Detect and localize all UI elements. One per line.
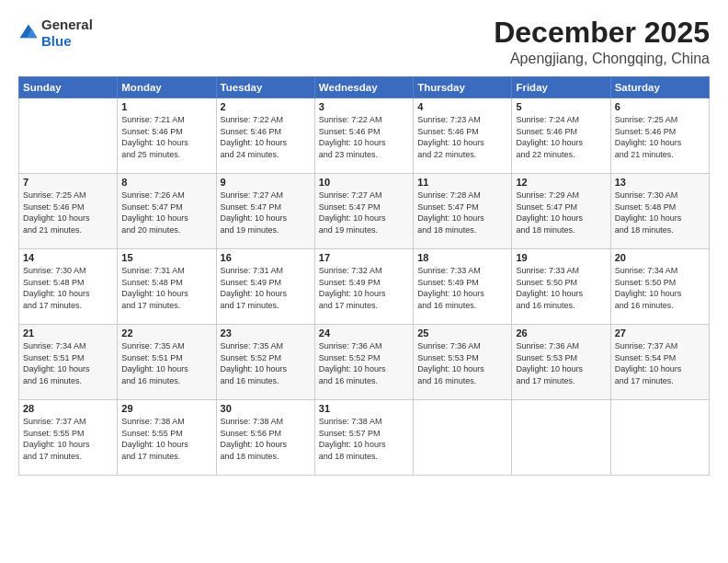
month-title: December 2025	[494, 17, 710, 49]
weekday-header-cell: Tuesday	[216, 77, 314, 98]
day-info: Sunrise: 7:36 AM Sunset: 5:53 PM Dayligh…	[516, 340, 606, 386]
day-info: Sunrise: 7:34 AM Sunset: 5:51 PM Dayligh…	[23, 340, 113, 386]
calendar-cell	[414, 400, 512, 476]
calendar-cell: 6Sunrise: 7:25 AM Sunset: 5:46 PM Daylig…	[610, 98, 709, 174]
logo-icon	[18, 23, 39, 43]
day-info: Sunrise: 7:31 AM Sunset: 5:48 PM Dayligh…	[121, 265, 211, 311]
day-info: Sunrise: 7:32 AM Sunset: 5:49 PM Dayligh…	[319, 265, 409, 311]
logo-blue: Blue	[41, 33, 72, 49]
weekday-header-cell: Thursday	[414, 77, 512, 98]
calendar-week-row: 14Sunrise: 7:30 AM Sunset: 5:48 PM Dayli…	[19, 249, 710, 325]
day-number: 15	[121, 252, 211, 263]
day-number: 31	[319, 403, 409, 414]
day-number: 23	[221, 327, 311, 339]
day-number: 28	[23, 403, 113, 414]
day-number: 22	[121, 327, 211, 339]
day-number: 30	[221, 403, 311, 414]
day-info: Sunrise: 7:30 AM Sunset: 5:48 PM Dayligh…	[23, 265, 113, 311]
calendar-week-row: 7Sunrise: 7:25 AM Sunset: 5:46 PM Daylig…	[19, 174, 710, 249]
day-info: Sunrise: 7:29 AM Sunset: 5:47 PM Dayligh…	[516, 190, 606, 236]
calendar-week-row: 21Sunrise: 7:34 AM Sunset: 5:51 PM Dayli…	[19, 325, 710, 400]
day-number: 14	[23, 252, 113, 263]
day-info: Sunrise: 7:35 AM Sunset: 5:52 PM Dayligh…	[221, 340, 311, 386]
day-number: 27	[615, 327, 705, 339]
day-info: Sunrise: 7:38 AM Sunset: 5:56 PM Dayligh…	[221, 416, 311, 462]
location-title: Apengjiang, Chongqing, China	[494, 51, 710, 67]
day-number: 21	[23, 327, 113, 339]
day-info: Sunrise: 7:35 AM Sunset: 5:51 PM Dayligh…	[121, 340, 211, 386]
calendar-cell: 5Sunrise: 7:24 AM Sunset: 5:46 PM Daylig…	[512, 98, 610, 174]
calendar-cell: 19Sunrise: 7:33 AM Sunset: 5:50 PM Dayli…	[512, 249, 610, 325]
day-info: Sunrise: 7:25 AM Sunset: 5:46 PM Dayligh…	[23, 190, 113, 236]
day-info: Sunrise: 7:37 AM Sunset: 5:54 PM Dayligh…	[615, 340, 705, 386]
day-info: Sunrise: 7:26 AM Sunset: 5:47 PM Dayligh…	[121, 190, 211, 236]
day-number: 29	[121, 403, 211, 414]
day-info: Sunrise: 7:25 AM Sunset: 5:46 PM Dayligh…	[615, 114, 705, 160]
calendar-cell: 26Sunrise: 7:36 AM Sunset: 5:53 PM Dayli…	[512, 325, 610, 400]
calendar-cell	[512, 400, 610, 476]
calendar-cell: 8Sunrise: 7:26 AM Sunset: 5:47 PM Daylig…	[118, 174, 216, 249]
weekday-header-cell: Monday	[118, 77, 216, 98]
calendar-cell: 7Sunrise: 7:25 AM Sunset: 5:46 PM Daylig…	[19, 174, 118, 249]
calendar-cell: 4Sunrise: 7:23 AM Sunset: 5:46 PM Daylig…	[414, 98, 512, 174]
weekday-header-row: SundayMondayTuesdayWednesdayThursdayFrid…	[19, 77, 710, 98]
calendar-cell: 31Sunrise: 7:38 AM Sunset: 5:57 PM Dayli…	[314, 400, 413, 476]
calendar-cell: 29Sunrise: 7:38 AM Sunset: 5:55 PM Dayli…	[118, 400, 216, 476]
calendar-week-row: 1Sunrise: 7:21 AM Sunset: 5:46 PM Daylig…	[19, 98, 710, 174]
day-info: Sunrise: 7:21 AM Sunset: 5:46 PM Dayligh…	[121, 114, 211, 160]
calendar-cell: 12Sunrise: 7:29 AM Sunset: 5:47 PM Dayli…	[512, 174, 610, 249]
day-number: 6	[615, 101, 705, 112]
day-info: Sunrise: 7:31 AM Sunset: 5:49 PM Dayligh…	[221, 265, 311, 311]
calendar-cell: 22Sunrise: 7:35 AM Sunset: 5:51 PM Dayli…	[118, 325, 216, 400]
title-area: December 2025 Apengjiang, Chongqing, Chi…	[494, 17, 710, 67]
calendar-cell: 15Sunrise: 7:31 AM Sunset: 5:48 PM Dayli…	[118, 249, 216, 325]
day-info: Sunrise: 7:24 AM Sunset: 5:46 PM Dayligh…	[516, 114, 606, 160]
day-number: 16	[221, 252, 311, 263]
page: General Blue December 2025 Apengjiang, C…	[0, 0, 728, 563]
day-info: Sunrise: 7:27 AM Sunset: 5:47 PM Dayligh…	[319, 190, 409, 236]
day-number: 17	[319, 252, 409, 263]
calendar-body: 1Sunrise: 7:21 AM Sunset: 5:46 PM Daylig…	[19, 98, 710, 476]
weekday-header-cell: Friday	[512, 77, 610, 98]
day-number: 1	[121, 101, 211, 112]
calendar-cell: 11Sunrise: 7:28 AM Sunset: 5:47 PM Dayli…	[414, 174, 512, 249]
day-info: Sunrise: 7:36 AM Sunset: 5:52 PM Dayligh…	[319, 340, 409, 386]
day-info: Sunrise: 7:23 AM Sunset: 5:46 PM Dayligh…	[417, 114, 507, 160]
calendar-cell: 16Sunrise: 7:31 AM Sunset: 5:49 PM Dayli…	[216, 249, 314, 325]
day-info: Sunrise: 7:22 AM Sunset: 5:46 PM Dayligh…	[221, 114, 311, 160]
day-info: Sunrise: 7:33 AM Sunset: 5:50 PM Dayligh…	[516, 265, 606, 311]
day-number: 25	[417, 327, 507, 339]
day-info: Sunrise: 7:33 AM Sunset: 5:49 PM Dayligh…	[417, 265, 507, 311]
calendar-cell: 18Sunrise: 7:33 AM Sunset: 5:49 PM Dayli…	[414, 249, 512, 325]
day-number: 11	[417, 177, 507, 188]
day-number: 26	[516, 327, 606, 339]
calendar-cell: 9Sunrise: 7:27 AM Sunset: 5:47 PM Daylig…	[216, 174, 314, 249]
day-info: Sunrise: 7:28 AM Sunset: 5:47 PM Dayligh…	[417, 190, 507, 236]
calendar-cell: 17Sunrise: 7:32 AM Sunset: 5:49 PM Dayli…	[314, 249, 413, 325]
day-number: 24	[319, 327, 409, 339]
calendar-cell: 20Sunrise: 7:34 AM Sunset: 5:50 PM Dayli…	[610, 249, 709, 325]
day-number: 10	[319, 177, 409, 188]
logo-general: General	[41, 17, 93, 32]
day-info: Sunrise: 7:36 AM Sunset: 5:53 PM Dayligh…	[417, 340, 507, 386]
calendar-cell: 14Sunrise: 7:30 AM Sunset: 5:48 PM Dayli…	[19, 249, 118, 325]
logo: General Blue	[18, 17, 93, 50]
calendar-cell: 30Sunrise: 7:38 AM Sunset: 5:56 PM Dayli…	[216, 400, 314, 476]
day-info: Sunrise: 7:27 AM Sunset: 5:47 PM Dayligh…	[221, 190, 311, 236]
weekday-header-cell: Sunday	[19, 77, 118, 98]
day-number: 3	[319, 101, 409, 112]
calendar-cell: 13Sunrise: 7:30 AM Sunset: 5:48 PM Dayli…	[610, 174, 709, 249]
calendar-cell: 21Sunrise: 7:34 AM Sunset: 5:51 PM Dayli…	[19, 325, 118, 400]
day-info: Sunrise: 7:30 AM Sunset: 5:48 PM Dayligh…	[615, 190, 705, 236]
calendar-cell: 25Sunrise: 7:36 AM Sunset: 5:53 PM Dayli…	[414, 325, 512, 400]
day-number: 9	[221, 177, 311, 188]
day-number: 7	[23, 177, 113, 188]
day-number: 2	[221, 101, 311, 112]
calendar-cell: 10Sunrise: 7:27 AM Sunset: 5:47 PM Dayli…	[314, 174, 413, 249]
day-number: 18	[417, 252, 507, 263]
day-number: 4	[417, 101, 507, 112]
calendar-cell	[610, 400, 709, 476]
day-info: Sunrise: 7:22 AM Sunset: 5:46 PM Dayligh…	[319, 114, 409, 160]
day-number: 8	[121, 177, 211, 188]
calendar-cell: 28Sunrise: 7:37 AM Sunset: 5:55 PM Dayli…	[19, 400, 118, 476]
